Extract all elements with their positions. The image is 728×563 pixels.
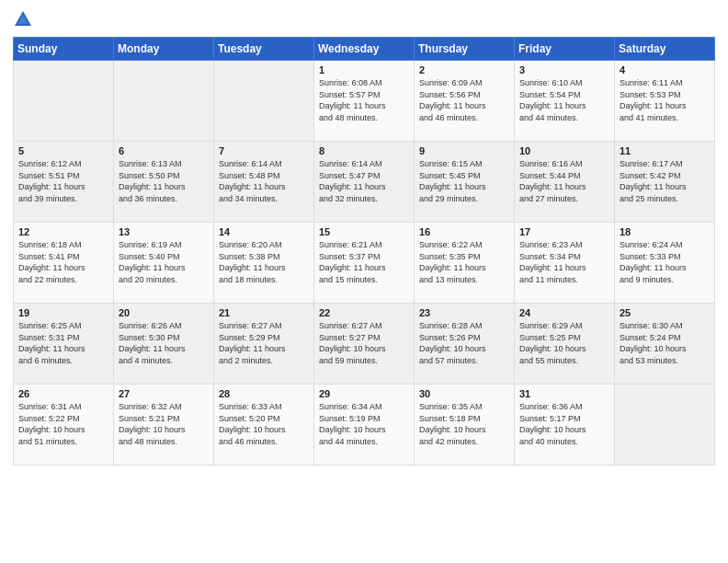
table-row: 8Sunrise: 6:14 AM Sunset: 5:47 PM Daylig… [314, 142, 415, 223]
day-number: 23 [419, 307, 509, 318]
day-number: 17 [519, 226, 609, 237]
table-row: 7Sunrise: 6:14 AM Sunset: 5:48 PM Daylig… [214, 142, 314, 223]
day-info: Sunrise: 6:34 AM Sunset: 5:19 PM Dayligh… [319, 401, 409, 447]
calendar-week-row: 1Sunrise: 6:08 AM Sunset: 5:57 PM Daylig… [14, 61, 715, 142]
day-number: 20 [119, 307, 209, 318]
day-info: Sunrise: 6:08 AM Sunset: 5:57 PM Dayligh… [319, 77, 409, 123]
table-row [214, 61, 314, 142]
day-number: 5 [18, 145, 108, 156]
day-info: Sunrise: 6:13 AM Sunset: 5:50 PM Dayligh… [119, 158, 209, 204]
day-info: Sunrise: 6:32 AM Sunset: 5:21 PM Dayligh… [119, 401, 209, 447]
calendar-week-row: 19Sunrise: 6:25 AM Sunset: 5:31 PM Dayli… [14, 304, 715, 385]
day-number: 16 [419, 226, 509, 237]
day-info: Sunrise: 6:17 AM Sunset: 5:42 PM Dayligh… [620, 158, 710, 204]
day-info: Sunrise: 6:25 AM Sunset: 5:31 PM Dayligh… [18, 320, 108, 366]
day-info: Sunrise: 6:30 AM Sunset: 5:24 PM Dayligh… [620, 320, 710, 366]
day-info: Sunrise: 6:10 AM Sunset: 5:54 PM Dayligh… [519, 77, 609, 123]
col-friday: Friday [515, 38, 615, 61]
day-number: 27 [119, 388, 209, 399]
table-row: 6Sunrise: 6:13 AM Sunset: 5:50 PM Daylig… [114, 142, 214, 223]
day-number: 25 [620, 307, 710, 318]
col-tuesday: Tuesday [214, 38, 314, 61]
day-number: 22 [319, 307, 409, 318]
calendar-week-row: 5Sunrise: 6:12 AM Sunset: 5:51 PM Daylig… [14, 142, 715, 223]
table-row: 11Sunrise: 6:17 AM Sunset: 5:42 PM Dayli… [615, 142, 715, 223]
table-row [114, 61, 214, 142]
col-saturday: Saturday [615, 38, 715, 61]
day-number: 24 [519, 307, 609, 318]
table-row [14, 61, 114, 142]
table-row [615, 385, 715, 465]
day-info: Sunrise: 6:09 AM Sunset: 5:56 PM Dayligh… [419, 77, 509, 123]
day-number: 26 [18, 388, 108, 399]
day-number: 8 [319, 145, 409, 156]
day-number: 19 [18, 307, 108, 318]
table-row: 17Sunrise: 6:23 AM Sunset: 5:34 PM Dayli… [515, 223, 615, 304]
logo-icon [13, 9, 33, 29]
calendar-table: Sunday Monday Tuesday Wednesday Thursday… [13, 37, 715, 465]
table-row: 2Sunrise: 6:09 AM Sunset: 5:56 PM Daylig… [415, 61, 515, 142]
day-number: 14 [219, 226, 309, 237]
day-info: Sunrise: 6:12 AM Sunset: 5:51 PM Dayligh… [18, 158, 108, 204]
page-header [13, 9, 715, 29]
day-info: Sunrise: 6:19 AM Sunset: 5:40 PM Dayligh… [119, 239, 209, 285]
day-info: Sunrise: 6:21 AM Sunset: 5:37 PM Dayligh… [319, 239, 409, 285]
day-info: Sunrise: 6:18 AM Sunset: 5:41 PM Dayligh… [18, 239, 108, 285]
col-sunday: Sunday [14, 38, 114, 61]
table-row: 21Sunrise: 6:27 AM Sunset: 5:29 PM Dayli… [214, 304, 314, 385]
day-number: 29 [319, 388, 409, 399]
day-number: 3 [519, 64, 609, 75]
table-row: 16Sunrise: 6:22 AM Sunset: 5:35 PM Dayli… [415, 223, 515, 304]
logo [13, 9, 37, 29]
table-row: 13Sunrise: 6:19 AM Sunset: 5:40 PM Dayli… [114, 223, 214, 304]
day-number: 11 [620, 145, 710, 156]
day-number: 28 [219, 388, 309, 399]
day-info: Sunrise: 6:27 AM Sunset: 5:27 PM Dayligh… [319, 320, 409, 366]
table-row: 23Sunrise: 6:28 AM Sunset: 5:26 PM Dayli… [415, 304, 515, 385]
day-number: 7 [219, 145, 309, 156]
day-info: Sunrise: 6:28 AM Sunset: 5:26 PM Dayligh… [419, 320, 509, 366]
day-info: Sunrise: 6:26 AM Sunset: 5:30 PM Dayligh… [119, 320, 209, 366]
day-info: Sunrise: 6:36 AM Sunset: 5:17 PM Dayligh… [519, 401, 609, 447]
day-info: Sunrise: 6:20 AM Sunset: 5:38 PM Dayligh… [219, 239, 309, 285]
day-number: 21 [219, 307, 309, 318]
day-info: Sunrise: 6:22 AM Sunset: 5:35 PM Dayligh… [419, 239, 509, 285]
day-number: 1 [319, 64, 409, 75]
table-row: 14Sunrise: 6:20 AM Sunset: 5:38 PM Dayli… [214, 223, 314, 304]
col-monday: Monday [114, 38, 214, 61]
table-row: 5Sunrise: 6:12 AM Sunset: 5:51 PM Daylig… [14, 142, 114, 223]
day-number: 12 [18, 226, 108, 237]
table-row: 20Sunrise: 6:26 AM Sunset: 5:30 PM Dayli… [114, 304, 214, 385]
day-info: Sunrise: 6:16 AM Sunset: 5:44 PM Dayligh… [519, 158, 609, 204]
day-number: 18 [620, 226, 710, 237]
table-row: 24Sunrise: 6:29 AM Sunset: 5:25 PM Dayli… [515, 304, 615, 385]
table-row: 10Sunrise: 6:16 AM Sunset: 5:44 PM Dayli… [515, 142, 615, 223]
table-row: 29Sunrise: 6:34 AM Sunset: 5:19 PM Dayli… [314, 385, 415, 465]
day-number: 15 [319, 226, 409, 237]
table-row: 19Sunrise: 6:25 AM Sunset: 5:31 PM Dayli… [14, 304, 114, 385]
col-thursday: Thursday [415, 38, 515, 61]
table-row: 3Sunrise: 6:10 AM Sunset: 5:54 PM Daylig… [515, 61, 615, 142]
table-row: 12Sunrise: 6:18 AM Sunset: 5:41 PM Dayli… [14, 223, 114, 304]
table-row: 9Sunrise: 6:15 AM Sunset: 5:45 PM Daylig… [415, 142, 515, 223]
day-info: Sunrise: 6:35 AM Sunset: 5:18 PM Dayligh… [419, 401, 509, 447]
day-number: 30 [419, 388, 509, 399]
day-info: Sunrise: 6:27 AM Sunset: 5:29 PM Dayligh… [219, 320, 309, 366]
day-info: Sunrise: 6:33 AM Sunset: 5:20 PM Dayligh… [219, 401, 309, 447]
day-info: Sunrise: 6:11 AM Sunset: 5:53 PM Dayligh… [620, 77, 710, 123]
table-row: 25Sunrise: 6:30 AM Sunset: 5:24 PM Dayli… [615, 304, 715, 385]
table-row: 30Sunrise: 6:35 AM Sunset: 5:18 PM Dayli… [415, 385, 515, 465]
table-row: 15Sunrise: 6:21 AM Sunset: 5:37 PM Dayli… [314, 223, 415, 304]
day-info: Sunrise: 6:14 AM Sunset: 5:47 PM Dayligh… [319, 158, 409, 204]
table-row: 27Sunrise: 6:32 AM Sunset: 5:21 PM Dayli… [114, 385, 214, 465]
table-row: 22Sunrise: 6:27 AM Sunset: 5:27 PM Dayli… [314, 304, 415, 385]
day-number: 9 [419, 145, 509, 156]
table-row: 28Sunrise: 6:33 AM Sunset: 5:20 PM Dayli… [214, 385, 314, 465]
calendar-header-row: Sunday Monday Tuesday Wednesday Thursday… [14, 38, 715, 61]
day-info: Sunrise: 6:31 AM Sunset: 5:22 PM Dayligh… [18, 401, 108, 447]
calendar-week-row: 12Sunrise: 6:18 AM Sunset: 5:41 PM Dayli… [14, 223, 715, 304]
day-number: 2 [419, 64, 509, 75]
table-row: 1Sunrise: 6:08 AM Sunset: 5:57 PM Daylig… [314, 61, 415, 142]
day-info: Sunrise: 6:23 AM Sunset: 5:34 PM Dayligh… [519, 239, 609, 285]
day-info: Sunrise: 6:24 AM Sunset: 5:33 PM Dayligh… [620, 239, 710, 285]
